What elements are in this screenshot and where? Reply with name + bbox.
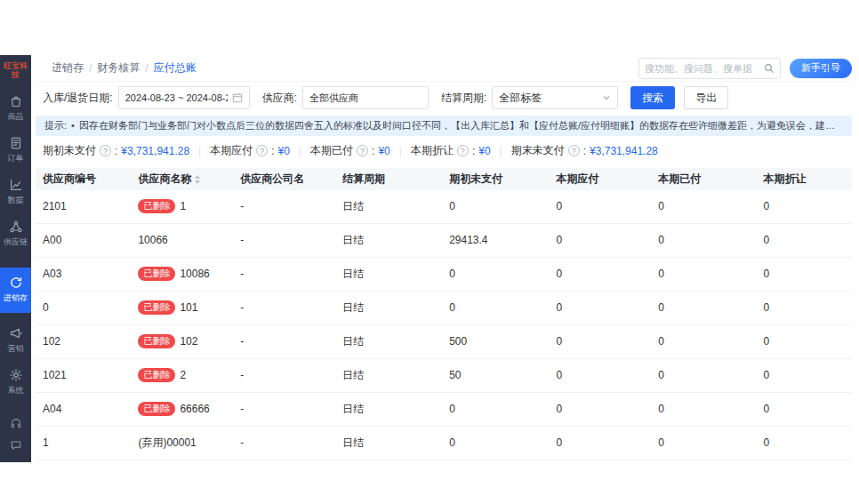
cell-current-paid: 0 bbox=[651, 234, 756, 246]
summary-separator: | bbox=[399, 145, 402, 157]
sidebar-bottom bbox=[10, 417, 22, 462]
period-label: 结算周期: bbox=[441, 91, 486, 106]
cell-supplier-code: 1021 bbox=[36, 369, 131, 381]
cell-supplier-name: 已删除 10086 bbox=[131, 267, 233, 281]
summary-value: ¥0 bbox=[378, 145, 389, 157]
cell-current-payable: 0 bbox=[549, 369, 651, 381]
cell-company-name: - bbox=[233, 200, 335, 212]
cell-current-paid: 0 bbox=[651, 268, 756, 280]
table-row[interactable]: A04 已删除 66666 - 日结 0 0 0 0 bbox=[36, 393, 852, 427]
table-row[interactable]: 1021 已删除 2 - 日结 50 0 0 0 bbox=[36, 359, 852, 393]
cell-current-paid: 0 bbox=[651, 403, 756, 415]
table-row[interactable]: A03 已删除 10086 - 日结 0 0 0 0 bbox=[36, 258, 852, 292]
table-row[interactable]: A00 10066 - 日结 29413.4 0 0 0 bbox=[36, 224, 852, 258]
cell-supplier-code: A00 bbox=[36, 234, 131, 246]
table-row[interactable]: 0 已删除 101 - 日结 0 0 0 0 bbox=[36, 292, 852, 325]
table-row[interactable]: 102 已删除 102 - 日结 500 0 0 0 bbox=[36, 325, 852, 359]
page: 旺宝科技 商品 订单 bbox=[0, 0, 859, 504]
cell-supplier-code: 1 bbox=[36, 436, 131, 449]
help-icon[interactable]: ? bbox=[568, 145, 580, 156]
cell-current-discount: 0 bbox=[757, 369, 852, 381]
sidebar-item-label: 营销 bbox=[8, 343, 24, 355]
global-search-input[interactable] bbox=[645, 63, 764, 74]
cell-opening-unpaid: 0 bbox=[442, 436, 549, 449]
sort-icon[interactable] bbox=[195, 175, 200, 184]
supplier-input[interactable] bbox=[309, 92, 421, 103]
sidebar-item-orders[interactable]: 订单 bbox=[0, 130, 31, 172]
summary-item: 期初未支付 ? : ¥3,731,941.28 bbox=[43, 143, 189, 158]
breadcrumb: 进销存 / 财务核算 / 应付总账 bbox=[52, 60, 197, 76]
summary-item: 本期已付 ? : ¥0 bbox=[310, 143, 390, 158]
search-icon[interactable] bbox=[764, 63, 775, 74]
colon: : bbox=[115, 145, 117, 157]
cell-current-discount: 0 bbox=[757, 335, 852, 348]
summary-label: 期末未支付 bbox=[511, 143, 565, 158]
sidebar-item-marketing[interactable]: 营销 bbox=[0, 320, 31, 362]
cell-settlement-period: 日结 bbox=[335, 300, 442, 316]
table-row[interactable]: 1 (弃用)00001 - 日结 0 0 0 0 bbox=[36, 427, 852, 460]
cell-opening-unpaid: 500 bbox=[442, 335, 549, 348]
cell-settlement-period: 日结 bbox=[335, 267, 442, 282]
table-header: 供应商编号 供应商名称 供应商公司名 结算周期 期初未支付 本期应付 本期已付 … bbox=[36, 168, 852, 190]
cell-current-payable: 0 bbox=[549, 335, 651, 348]
sidebar-item-system[interactable]: 系统 bbox=[0, 362, 31, 404]
help-icon[interactable]: ? bbox=[100, 145, 111, 156]
cell-supplier-code: 0 bbox=[36, 301, 131, 314]
summary-label: 本期折让 bbox=[411, 143, 454, 158]
hint-bullet: • bbox=[71, 119, 75, 132]
table-row[interactable]: 2101 已删除 1 - 日结 0 0 0 0 bbox=[36, 190, 852, 224]
inventory-icon bbox=[9, 276, 23, 290]
help-icon[interactable]: ? bbox=[457, 145, 469, 156]
date-range-picker[interactable] bbox=[118, 86, 250, 109]
supplier-name-text: 10066 bbox=[138, 234, 167, 246]
cell-supplier-name: 已删除 2 bbox=[131, 368, 233, 382]
sidebar-item-label: 供应链 bbox=[4, 236, 28, 248]
sidebar-item-data[interactable]: 数据 bbox=[0, 172, 31, 213]
cell-supplier-name: 已删除 1 bbox=[131, 199, 233, 213]
cell-settlement-period: 日结 bbox=[335, 199, 442, 214]
table-body: 2101 已删除 1 - 日结 0 0 0 0 bbox=[36, 190, 852, 460]
message-icon[interactable] bbox=[10, 439, 22, 452]
search-button[interactable]: 搜索 bbox=[630, 86, 675, 109]
sidebar-item-label: 数据 bbox=[8, 195, 24, 206]
breadcrumb-item[interactable]: 进销存 bbox=[52, 60, 84, 76]
sidebar-item-inventory[interactable]: 进销存 bbox=[0, 268, 31, 313]
summary-label: 期初未支付 bbox=[43, 143, 96, 158]
supplier-name-text: 102 bbox=[180, 335, 197, 348]
deleted-badge: 已删除 bbox=[138, 300, 175, 315]
supplier-name-text: 66666 bbox=[180, 403, 209, 415]
help-icon[interactable]: ? bbox=[357, 145, 368, 156]
cell-settlement-period: 日结 bbox=[335, 233, 442, 248]
cell-current-discount: 0 bbox=[757, 234, 852, 246]
export-button[interactable]: 导出 bbox=[684, 86, 728, 109]
period-select[interactable]: 全部标签 bbox=[492, 86, 618, 109]
col-supplier-name[interactable]: 供应商名称 bbox=[131, 172, 233, 187]
breadcrumb-separator: / bbox=[89, 62, 92, 75]
payable-ledger-table: 供应商编号 供应商名称 供应商公司名 结算周期 期初未支付 本期应付 本期已付 … bbox=[36, 168, 852, 460]
sidebar-item-supply-chain[interactable]: 供应链 bbox=[0, 213, 31, 255]
hint-text: 因存在财务部门与业务部门对小数点后三位的数据四舍五入的标准以及时间口径不同，【出… bbox=[79, 119, 843, 132]
filter-bar: 入库/退货日期: 供应商: 结算周期: 全部标签 bbox=[36, 84, 852, 112]
calendar-icon bbox=[232, 92, 243, 103]
date-range-input[interactable] bbox=[125, 92, 228, 103]
hint-bar: 提示: • 因存在财务部门与业务部门对小数点后三位的数据四舍五入的标准以及时间口… bbox=[36, 116, 852, 136]
cell-supplier-name: (弃用)00001 bbox=[131, 436, 233, 451]
colon: : bbox=[583, 145, 586, 157]
cell-company-name: - bbox=[233, 369, 335, 381]
summary-item: 本期应付 ? : ¥0 bbox=[210, 143, 290, 158]
supplier-filter[interactable] bbox=[302, 86, 429, 109]
cell-company-name: - bbox=[233, 301, 335, 314]
supply-chain-icon bbox=[9, 220, 23, 234]
newbie-guide-button[interactable]: 新手引导 bbox=[790, 59, 852, 78]
cell-current-payable: 0 bbox=[549, 268, 651, 280]
app-window: 旺宝科技 商品 订单 bbox=[0, 55, 859, 462]
summary-separator: | bbox=[299, 145, 301, 157]
supplier-name-text: 10086 bbox=[180, 268, 209, 280]
breadcrumb-item[interactable]: 财务核算 bbox=[97, 60, 140, 76]
sidebar-item-goods[interactable]: 商品 bbox=[0, 88, 31, 130]
cell-opening-unpaid: 0 bbox=[442, 403, 549, 415]
headset-icon[interactable] bbox=[10, 417, 22, 429]
app-logo: 旺宝科技 bbox=[0, 55, 31, 88]
summary-bar: 期初未支付 ? : ¥3,731,941.28 | 本期应付 ? : ¥0 | bbox=[36, 139, 852, 164]
help-icon[interactable]: ? bbox=[256, 145, 268, 156]
